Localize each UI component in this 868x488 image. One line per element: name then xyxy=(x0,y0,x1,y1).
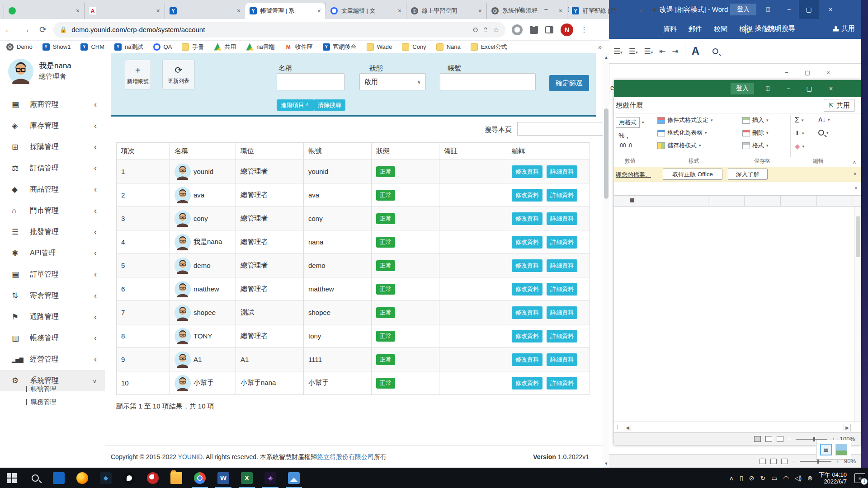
detail-data-button[interactable]: 詳細資料 xyxy=(547,189,577,202)
bluepc-icon[interactable] xyxy=(53,472,65,484)
clear-search-button[interactable]: 清除搜尋 xyxy=(314,99,345,111)
zoom-out-icon[interactable]: − xyxy=(788,436,792,442)
taskbar-app[interactable] xyxy=(47,468,71,488)
detail-data-button[interactable]: 詳細資料 xyxy=(547,259,577,272)
scroll-down-icon[interactable]: ▼ xyxy=(603,461,609,466)
sidebar-subitem[interactable]: 職務管理 xyxy=(0,395,105,408)
word-minimize-icon[interactable]: − xyxy=(779,0,799,19)
forward-icon[interactable]: → xyxy=(17,25,34,35)
onedrive-icon[interactable]: ⊘ xyxy=(749,474,755,482)
delete-cells-button[interactable]: 刪除▾ xyxy=(742,129,769,137)
word-ribbon-tab[interactable]: 資料 xyxy=(663,25,677,33)
bookmark-item[interactable]: Excel公式 xyxy=(471,43,507,51)
detail-data-button[interactable]: 詳細資料 xyxy=(547,236,577,249)
advanced-options-button[interactable]: 進階項目＾ xyxy=(277,99,314,111)
styles-icon[interactable]: A xyxy=(692,45,699,57)
format-as-table-button[interactable]: 格式化為表格▾ xyxy=(657,129,707,137)
tab-close-icon[interactable]: × xyxy=(639,7,643,14)
collapse-ribbon-icon[interactable]: ∧ xyxy=(853,159,856,165)
print-layout-icon[interactable] xyxy=(770,459,777,464)
bookmark-item[interactable]: na雲端 xyxy=(246,43,274,51)
edit-data-button[interactable]: 修改資料 xyxy=(512,330,542,343)
wifi-icon[interactable]: ◠ xyxy=(783,474,788,482)
percent-comma-buttons[interactable]: % , xyxy=(618,131,628,139)
taskbar-app[interactable] xyxy=(188,468,212,488)
taskbar-app[interactable] xyxy=(259,468,282,488)
word-share-button[interactable]: 共用 xyxy=(833,24,855,33)
photos-icon[interactable] xyxy=(288,472,300,484)
word-ribbon-tab[interactable]: 校閱 xyxy=(714,25,727,33)
browser-tab[interactable]: × xyxy=(84,3,165,19)
company-link[interactable]: 悠立得股份有限公司 xyxy=(317,453,374,460)
sync-icon[interactable]: ↻ xyxy=(760,474,765,482)
eraser-button[interactable]: ◆▾ xyxy=(795,142,804,150)
list-view-icon[interactable] xyxy=(820,444,832,455)
edit-data-button[interactable]: 修改資料 xyxy=(512,165,542,178)
excel-icon[interactable]: X xyxy=(241,472,253,484)
edit-data-button[interactable]: 修改資料 xyxy=(512,212,542,225)
page-layout-icon[interactable] xyxy=(765,436,772,442)
edit-data-button[interactable]: 修改資料 xyxy=(512,259,542,272)
share-icon[interactable]: ⇪ xyxy=(483,26,489,34)
detail-data-button[interactable]: 詳細資料 xyxy=(547,165,577,178)
find-select-button[interactable]: ▾ xyxy=(818,130,829,136)
side-panel-icon[interactable] xyxy=(545,26,553,33)
get-office-button[interactable]: 取得正版 Office xyxy=(663,169,722,180)
line-icon[interactable] xyxy=(123,472,135,484)
cell-styles-button[interactable]: 儲存格樣式▾ xyxy=(657,141,701,150)
word-icon[interactable]: W xyxy=(217,472,229,484)
chrome-menu-chevron-icon[interactable]: ∨ xyxy=(511,1,531,17)
detail-data-button[interactable]: 詳細資料 xyxy=(547,212,577,225)
volume-icon[interactable]: ◁) xyxy=(795,474,802,482)
word-help-search[interactable]: 操作說明搜尋 xyxy=(755,24,795,33)
excel-maximize-icon[interactable]: ▢ xyxy=(799,80,819,97)
notification-center-icon[interactable]: 1 xyxy=(854,473,865,483)
excel-signin-button[interactable]: 登入 xyxy=(731,83,754,94)
back-icon[interactable]: ← xyxy=(0,25,17,35)
bookmark-item[interactable]: CRM xyxy=(80,43,104,51)
url-text[interactable]: demo.younid.com/erp-demo/system/account xyxy=(71,26,468,33)
numbered-list-icon[interactable]: ☰▾ xyxy=(629,47,638,56)
taskbar-app[interactable] xyxy=(71,468,94,488)
edit-data-button[interactable]: 修改資料 xyxy=(512,236,542,249)
word-signin-button[interactable]: 登入 xyxy=(730,4,756,15)
scroll-right-icon[interactable]: ▶ xyxy=(844,424,851,431)
thumbnail-view-icon[interactable] xyxy=(835,444,847,455)
bookmark-item[interactable]: 手冊 xyxy=(182,43,204,51)
blocked-icon[interactable]: ⊗ xyxy=(807,474,813,482)
bookmark-star-icon[interactable]: ☆ xyxy=(493,26,499,34)
tab-close-icon[interactable]: × xyxy=(398,7,401,14)
scrollbar-thumb[interactable] xyxy=(856,216,860,257)
chrome-maximize-icon[interactable]: ▢ xyxy=(561,1,580,17)
number-format-dropdown[interactable]: 用格式▾ xyxy=(616,117,644,128)
detail-data-button[interactable]: 詳細資料 xyxy=(547,377,577,389)
bookmark-item[interactable]: Cony xyxy=(402,43,426,51)
navy-icon[interactable] xyxy=(100,472,112,484)
word-ribbon-tab[interactable]: 郵件 xyxy=(689,25,702,33)
brand-link[interactable]: YOUNID. xyxy=(178,453,204,460)
redapp-icon[interactable] xyxy=(147,472,159,484)
page-scrollbar[interactable]: ▲ ▼ xyxy=(603,53,609,468)
indent-icon[interactable]: ⇥ xyxy=(672,47,679,56)
detail-data-button[interactable]: 詳細資料 xyxy=(547,283,577,296)
chrome-icon[interactable] xyxy=(194,472,206,484)
autosum-button[interactable]: Σ▾ xyxy=(795,116,803,124)
bg-close-icon[interactable]: × xyxy=(819,66,837,78)
edit-data-button[interactable]: 修改資料 xyxy=(512,189,542,202)
filter-status-select[interactable]: 啟用 ∨ xyxy=(359,73,426,90)
tray-expand-icon[interactable]: ∧ xyxy=(729,474,734,482)
filter-account-input[interactable] xyxy=(440,73,536,90)
outdent-icon[interactable]: ⇤ xyxy=(659,47,665,56)
folder-icon[interactable] xyxy=(170,472,182,484)
edit-data-button[interactable]: 修改資料 xyxy=(512,283,542,296)
insert-cells-button[interactable]: 插入▾ xyxy=(742,116,769,124)
phone-icon[interactable]: ▯ xyxy=(740,474,743,482)
splitter-handle[interactable]: ⁞ xyxy=(617,425,618,430)
taskbar-app[interactable] xyxy=(94,468,118,488)
taskbar-app[interactable] xyxy=(165,468,188,488)
extensions-puzzle-icon[interactable] xyxy=(530,26,538,34)
fill-down-button[interactable]: ⬇▾ xyxy=(795,130,804,136)
refresh-list-button[interactable]: ⟳ 更新列表 xyxy=(162,60,195,89)
tab-close-icon[interactable]: × xyxy=(478,7,482,14)
tab-close-icon[interactable]: × xyxy=(76,7,80,14)
